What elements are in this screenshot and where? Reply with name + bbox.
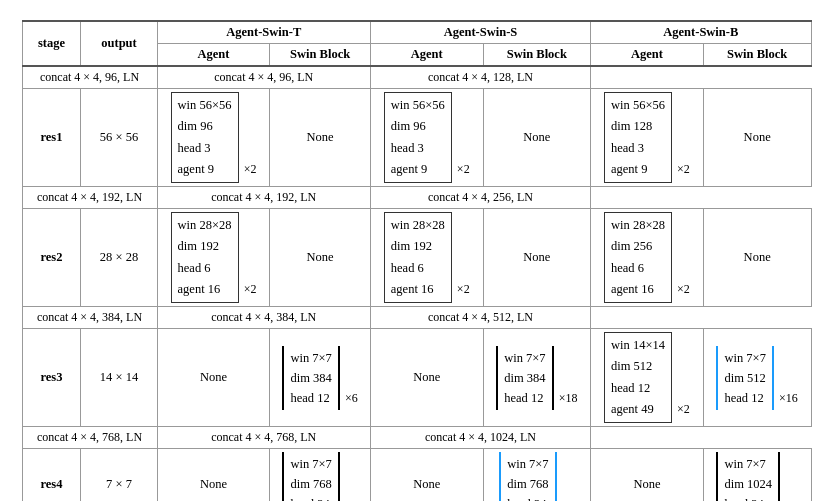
res4-t-agent: None bbox=[157, 449, 270, 502]
res2-b-agent-box: win 28×28dim 256head 6agent 16 bbox=[604, 212, 672, 303]
res3-row: res3 14 × 14 None win 7×7dim 384head 12 … bbox=[22, 329, 811, 427]
res4-t-swin-times: ×2 bbox=[345, 498, 358, 501]
b-agent-header: Agent bbox=[591, 44, 704, 67]
res1-t-agent: win 56×56dim 96head 3agent 9 ×2 bbox=[157, 89, 270, 187]
res2-output: 28 × 28 bbox=[81, 209, 157, 307]
res2-b-times: ×2 bbox=[677, 282, 690, 297]
t-agent-header: Agent bbox=[157, 44, 270, 67]
res4-s-swin: win 7×7dim 768head 24 ×2 bbox=[483, 449, 590, 502]
res1-b-concat: concat 4 × 4, 128, LN bbox=[370, 66, 590, 89]
res3-b-concat: concat 4 × 4, 512, LN bbox=[370, 307, 590, 329]
res2-b-swin: None bbox=[703, 209, 811, 307]
s-swin-header: Swin Block bbox=[483, 44, 590, 67]
res1-s-agent: win 56×56dim 96head 3agent 9 ×2 bbox=[370, 89, 483, 187]
stage-header: stage bbox=[22, 21, 81, 66]
res2-s-swin: None bbox=[483, 209, 590, 307]
res1-s-agent-box: win 56×56dim 96head 3agent 9 bbox=[384, 92, 452, 183]
res4-b-swin-box: win 7×7dim 1024head 24 bbox=[716, 452, 780, 501]
res1-s-times: ×2 bbox=[457, 162, 470, 177]
res3-t-swin: win 7×7dim 384head 12 ×6 bbox=[270, 329, 371, 427]
agent-swin-b-header: Agent-Swin-B bbox=[591, 21, 811, 44]
res1-t-times: ×2 bbox=[244, 162, 257, 177]
res4-t-swin-box: win 7×7dim 768head 24 bbox=[282, 452, 339, 501]
table-container: stage output Agent-Swin-T Agent-Swin-S A… bbox=[22, 20, 812, 501]
res1-output: 56 × 56 bbox=[81, 89, 157, 187]
res1-b-swin: None bbox=[703, 89, 811, 187]
res3-b-swin: win 7×7dim 512head 12 ×16 bbox=[703, 329, 811, 427]
res3-t-swin-box: win 7×7dim 384head 12 bbox=[282, 346, 339, 410]
res3-concat-row: concat 4 × 4, 384, LN concat 4 × 4, 384,… bbox=[22, 307, 811, 329]
res3-b-swin-times: ×16 bbox=[779, 391, 798, 406]
architecture-table: stage output Agent-Swin-T Agent-Swin-S A… bbox=[22, 20, 812, 501]
res2-concat-row: concat 4 × 4, 192, LN concat 4 × 4, 192,… bbox=[22, 187, 811, 209]
res1-t-agent-box: win 56×56dim 96head 3agent 9 bbox=[171, 92, 239, 183]
res4-s-agent: None bbox=[370, 449, 483, 502]
res2-s-concat: concat 4 × 4, 192, LN bbox=[157, 187, 370, 209]
res4-output: 7 × 7 bbox=[81, 449, 157, 502]
agent-swin-t-header: Agent-Swin-T bbox=[157, 21, 370, 44]
res3-s-swin-times: ×18 bbox=[559, 391, 578, 406]
res2-s-times: ×2 bbox=[457, 282, 470, 297]
res4-concat-row: concat 4 × 4, 768, LN concat 4 × 4, 768,… bbox=[22, 427, 811, 449]
res2-t-concat: concat 4 × 4, 192, LN bbox=[22, 187, 157, 209]
res3-t-agent: None bbox=[157, 329, 270, 427]
res2-t-agent: win 28×28dim 192head 6agent 16 ×2 bbox=[157, 209, 270, 307]
res1-concat-row: concat 4 × 4, 96, LN concat 4 × 4, 96, L… bbox=[22, 66, 811, 89]
res1-t-concat: concat 4 × 4, 96, LN bbox=[22, 66, 157, 89]
res2-s-agent-box: win 28×28dim 192head 6agent 16 bbox=[384, 212, 452, 303]
res4-s-swin-times: ×2 bbox=[562, 498, 575, 501]
res3-s-agent: None bbox=[370, 329, 483, 427]
res4-b-swin-times: ×2 bbox=[785, 498, 798, 501]
res3-b-swin-box: win 7×7dim 512head 12 bbox=[716, 346, 773, 410]
res2-row: res2 28 × 28 win 28×28dim 192head 6agent… bbox=[22, 209, 811, 307]
res1-stage: res1 bbox=[22, 89, 81, 187]
res3-b-agent-box: win 14×14dim 512head 12agent 49 bbox=[604, 332, 672, 423]
res2-s-agent: win 28×28dim 192head 6agent 16 ×2 bbox=[370, 209, 483, 307]
agent-swin-s-header: Agent-Swin-S bbox=[370, 21, 590, 44]
res4-row: res4 7 × 7 None win 7×7dim 768head 24 ×2… bbox=[22, 449, 811, 502]
t-swin-header: Swin Block bbox=[270, 44, 371, 67]
b-swin-header: Swin Block bbox=[703, 44, 811, 67]
res2-b-concat: concat 4 × 4, 256, LN bbox=[370, 187, 590, 209]
res4-b-swin: win 7×7dim 1024head 24 ×2 bbox=[703, 449, 811, 502]
res4-s-swin-box: win 7×7dim 768head 24 bbox=[499, 452, 556, 501]
res3-s-swin: win 7×7dim 384head 12 ×18 bbox=[483, 329, 590, 427]
res1-s-swin: None bbox=[483, 89, 590, 187]
res1-b-times: ×2 bbox=[677, 162, 690, 177]
s-agent-header: Agent bbox=[370, 44, 483, 67]
res3-s-concat: concat 4 × 4, 384, LN bbox=[157, 307, 370, 329]
res2-t-swin: None bbox=[270, 209, 371, 307]
res4-b-agent: None bbox=[591, 449, 704, 502]
res3-b-agent: win 14×14dim 512head 12agent 49 ×2 bbox=[591, 329, 704, 427]
res2-stage: res2 bbox=[22, 209, 81, 307]
res4-b-concat: concat 4 × 4, 1024, LN bbox=[370, 427, 590, 449]
res3-stage: res3 bbox=[22, 329, 81, 427]
res2-b-agent: win 28×28dim 256head 6agent 16 ×2 bbox=[591, 209, 704, 307]
res4-stage: res4 bbox=[22, 449, 81, 502]
res1-b-agent-box: win 56×56dim 128head 3agent 9 bbox=[604, 92, 672, 183]
res1-b-agent: win 56×56dim 128head 3agent 9 ×2 bbox=[591, 89, 704, 187]
res1-s-concat: concat 4 × 4, 96, LN bbox=[157, 66, 370, 89]
res3-t-swin-times: ×6 bbox=[345, 391, 358, 406]
res3-t-concat: concat 4 × 4, 384, LN bbox=[22, 307, 157, 329]
res1-t-swin: None bbox=[270, 89, 371, 187]
res3-b-times: ×2 bbox=[677, 402, 690, 417]
res3-s-swin-box: win 7×7dim 384head 12 bbox=[496, 346, 553, 410]
res1-row: res1 56 × 56 win 56×56dim 96head 3agent … bbox=[22, 89, 811, 187]
res4-t-swin: win 7×7dim 768head 24 ×2 bbox=[270, 449, 371, 502]
res2-t-times: ×2 bbox=[244, 282, 257, 297]
res4-s-concat: concat 4 × 4, 768, LN bbox=[157, 427, 370, 449]
res4-t-concat: concat 4 × 4, 768, LN bbox=[22, 427, 157, 449]
output-header: output bbox=[81, 21, 157, 66]
res2-t-agent-box: win 28×28dim 192head 6agent 16 bbox=[171, 212, 239, 303]
res3-output: 14 × 14 bbox=[81, 329, 157, 427]
